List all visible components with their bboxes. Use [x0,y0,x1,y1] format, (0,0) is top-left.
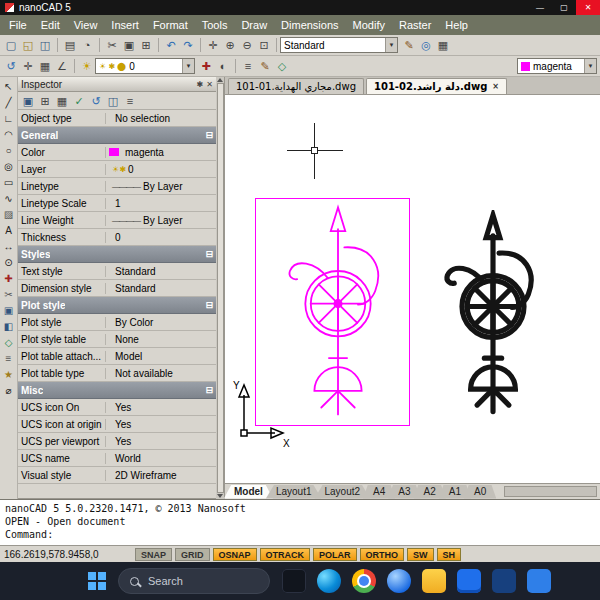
chrome-icon[interactable] [352,569,376,593]
menu-file[interactable]: File [2,17,34,33]
menu-draw[interactable]: Draw [234,17,274,33]
list-view-icon[interactable]: ≡ [122,93,138,109]
menu-edit[interactable]: Edit [34,17,67,33]
status-otrack[interactable]: OTRACK [260,548,311,561]
copy-properties-icon[interactable]: ◫ [105,93,121,109]
status-sw[interactable]: SW [407,548,434,561]
layer-combo[interactable]: ☀ ✱ ⬤ 0 ▼ [95,58,195,74]
command-line[interactable]: nanoCAD 5 5.0.2320.1471, © 2013 Nanosoft… [0,499,600,545]
ellipse-icon[interactable]: ◎ [1,159,16,174]
collapse-icon[interactable]: ⊟ [205,249,213,259]
color-combo[interactable]: magenta ▼ [517,58,597,74]
scroll-down-icon[interactable] [217,494,223,498]
insert-block-icon[interactable]: ◧ [1,319,16,334]
taskbar-search[interactable]: Search [118,568,270,594]
menu-tools[interactable]: Tools [195,17,235,33]
select-objects-icon[interactable]: ▣ [20,93,36,109]
block-icon[interactable]: ▣ [1,303,16,318]
zoom-window-icon[interactable]: ⊡ [256,37,272,53]
folder-icon[interactable] [422,569,446,593]
add-selection-icon[interactable]: ⊞ [37,93,53,109]
diameter-icon[interactable]: ⌀ [1,383,16,398]
status-grid[interactable]: GRID [175,548,210,561]
status-polar[interactable]: POLAR [313,548,357,561]
scroll-up-icon[interactable] [217,78,223,82]
arc-icon[interactable]: ◠ [1,127,16,142]
marker-icon[interactable]: ★ [1,367,16,382]
maximize-button[interactable]: ▢ [552,0,576,15]
close-button[interactable]: ✕ [576,0,600,15]
rectangle-icon[interactable]: ▭ [1,175,16,190]
chevron-down-icon[interactable]: ▼ [385,38,397,52]
dimension-icon[interactable]: ↔ [1,239,16,254]
menu-view[interactable]: View [67,17,105,33]
edge-icon[interactable] [317,569,341,593]
table-icon[interactable]: ≡ [1,351,16,366]
start-button[interactable] [88,572,106,590]
line-icon[interactable]: ╱ [1,95,16,110]
tab-a0[interactable]: A0 [464,485,496,499]
taskbar-app-dark-icon[interactable] [282,569,306,593]
drawing-entity-magenta[interactable] [279,202,397,420]
tab-model[interactable]: Model [224,485,273,499]
text-style-icon[interactable]: ✎ [401,37,417,53]
text-style-combo[interactable]: Standard ▼ [280,37,398,53]
regen-icon[interactable]: ↺ [3,58,19,74]
pan-icon[interactable]: ✛ [205,37,221,53]
new-file-icon[interactable]: ▢ [3,37,19,53]
text-icon[interactable]: A [1,223,16,238]
status-sh[interactable]: SH [437,548,462,561]
paste-icon[interactable]: ⊞ [138,37,154,53]
preview-icon[interactable]: ◔ [79,37,95,53]
apply-icon[interactable]: ✓ [71,93,87,109]
chevron-down-icon[interactable]: ▼ [182,59,194,73]
menu-modify[interactable]: Modify [346,17,392,33]
hatch-icon[interactable]: ▨ [1,207,16,222]
menu-format[interactable]: Format [146,17,195,33]
browser-blue-icon[interactable] [387,569,411,593]
collapse-icon[interactable]: ⊟ [205,130,213,140]
status-osnap[interactable]: OSNAP [213,548,257,561]
store-icon[interactable] [457,569,481,593]
menu-dimensions[interactable]: Dimensions [274,17,345,33]
redo-icon[interactable]: ↷ [180,37,196,53]
tab-layout1[interactable]: Layout1 [266,485,322,499]
collapse-icon[interactable]: ⊟ [205,300,213,310]
menu-help[interactable]: Help [438,17,475,33]
add-icon[interactable]: ✚ [1,271,16,286]
save-icon[interactable]: ◫ [37,37,53,53]
linetype-icon[interactable]: ≡ [240,58,256,74]
select-icon[interactable]: ↖ [1,79,16,94]
close-tab-icon[interactable]: × [492,82,499,91]
table-style-icon[interactable]: ▦ [435,37,451,53]
plot-icon[interactable]: ▤ [62,37,78,53]
zoom-out-icon[interactable]: ⊖ [239,37,255,53]
zoom-in-icon[interactable]: ⊕ [222,37,238,53]
refresh-icon[interactable]: ↺ [88,93,104,109]
new-layer-icon[interactable]: ✚ [198,58,214,74]
polygon-icon[interactable]: ◇ [1,335,16,350]
minimize-button[interactable]: — [528,0,552,15]
menu-raster[interactable]: Raster [392,17,438,33]
layer-states-icon[interactable]: ☀ [79,58,95,74]
copy-icon[interactable]: ▣ [121,37,137,53]
chevron-down-icon[interactable]: ▼ [584,59,596,73]
document-tab-2[interactable]: 101-02.دلة راشد.dwg × [366,78,507,94]
properties-icon[interactable]: ✎ [257,58,273,74]
document-tab-1[interactable]: 101-01.مجاري الهداية.dwg [228,78,364,94]
pin-icon[interactable]: ✱ [197,80,204,89]
open-file-icon[interactable]: ◱ [20,37,36,53]
horizontal-scrollbar[interactable] [504,486,597,497]
command-prompt[interactable]: Command: [5,528,595,541]
undo-icon[interactable]: ↶ [163,37,179,53]
inspector-scrollbar[interactable] [216,77,225,499]
status-snap[interactable]: SNAP [135,548,172,561]
collapse-icon[interactable]: ⊟ [205,385,213,395]
polyline-icon[interactable]: ∟ [1,111,16,126]
erase-icon[interactable]: ✂ [1,287,16,302]
drawing-canvas[interactable]: Y X [225,95,600,483]
layer-previous-icon[interactable]: ◐ [215,58,231,74]
grid-icon[interactable]: ▦ [37,58,53,74]
spline-icon[interactable]: ∿ [1,191,16,206]
cut-icon[interactable]: ✂ [104,37,120,53]
